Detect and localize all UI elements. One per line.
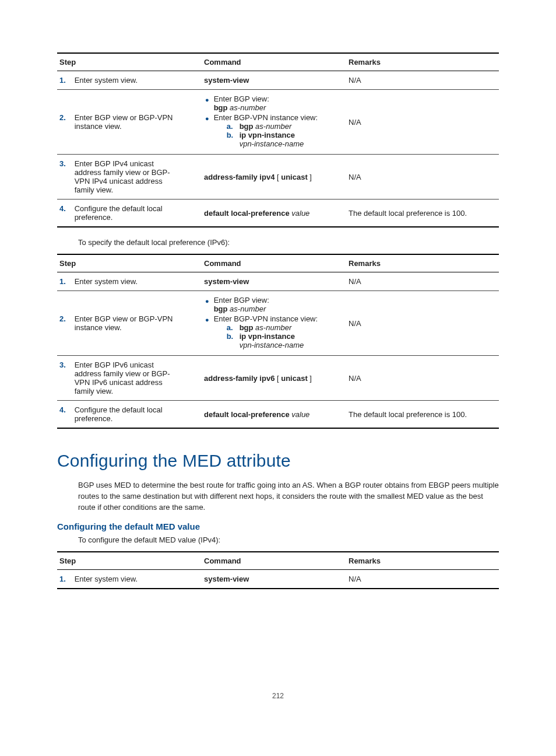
cmd-bold: bgp: [240, 122, 254, 131]
section-body: BGP uses MED to determine the best route…: [78, 480, 499, 513]
cmd-bold: address-family ipv4: [204, 173, 275, 181]
cmd-bold: unicast: [281, 374, 308, 383]
step-text: Enter BGP IPv4 unicast address family vi…: [75, 159, 182, 194]
step-number: 4.: [59, 204, 72, 213]
cmd-bold: unicast: [281, 173, 308, 181]
cmd-bold: default local-preference: [204, 410, 290, 419]
table-row: 4. Configure the default local preferenc…: [57, 200, 499, 228]
remarks-text: N/A: [346, 155, 499, 200]
step-number: 4.: [59, 405, 72, 414]
step-number: 1.: [59, 575, 72, 583]
cmd-italic: value: [290, 209, 310, 218]
th-step: Step: [57, 254, 202, 272]
th-command: Command: [202, 552, 346, 570]
cmd-italic: as-number: [255, 323, 291, 332]
th-command: Command: [202, 53, 346, 71]
sub-item: b. ip vpn-instance vpn-instance-name: [227, 131, 318, 148]
bullet-item: ● Enter BGP-VPN instance view: a. bgp as…: [204, 314, 344, 349]
th-remarks: Remarks: [346, 254, 499, 272]
step-text: Enter system view.: [75, 575, 182, 583]
cmd-bold: default local-preference: [204, 209, 290, 218]
table-row: 3. Enter BGP IPv6 unicast address family…: [57, 356, 499, 401]
command-text: system-view: [204, 76, 249, 85]
step-text: Enter BGP view or BGP-VPN instance view.: [75, 113, 182, 131]
remarks-text: N/A: [346, 356, 499, 401]
table-row: 1. Enter system view. system-view N/A: [57, 272, 499, 291]
cmd-italic: vpn-instance-name: [240, 139, 304, 148]
page-number: 212: [57, 692, 499, 700]
sub-item: a. bgp as-number: [227, 122, 318, 131]
remarks-text: The default local preference is 100.: [346, 401, 499, 429]
cmd-plain: ]: [308, 173, 312, 181]
section-title: Configuring the MED attribute: [57, 451, 499, 471]
remarks-text: The default local preference is 100.: [346, 200, 499, 228]
sub-label: a.: [227, 122, 236, 131]
ipv6-preference-table: Step Command Remarks 1. Enter system vie…: [57, 254, 499, 429]
step-number: 2.: [59, 314, 72, 323]
remarks-text: N/A: [346, 71, 499, 90]
bullet-icon: ●: [205, 296, 209, 306]
step-number: 2.: [59, 113, 72, 122]
table-row: 3. Enter BGP IPv4 unicast address family…: [57, 155, 499, 200]
bullet-text: Enter BGP-VPN instance view:: [214, 113, 318, 122]
th-remarks: Remarks: [346, 552, 499, 570]
bullet-text: Enter BGP-VPN instance view:: [214, 314, 318, 323]
remarks-text: N/A: [346, 90, 499, 155]
cmd-italic: vpn-instance-name: [240, 341, 304, 349]
ipv6-intro-text: To specify the default local preference …: [78, 238, 499, 247]
sub-label: b.: [227, 332, 236, 341]
step-text: Enter system view.: [75, 277, 182, 286]
step-number: 1.: [59, 277, 72, 286]
command-text: system-view: [204, 575, 249, 583]
cmd-plain: [: [275, 173, 281, 181]
bullet-icon: ●: [205, 94, 209, 105]
th-step: Step: [57, 53, 202, 71]
step-text: Configure the default local preference.: [75, 204, 182, 222]
bullet-item: ● Enter BGP view: bgp as-number: [204, 296, 344, 313]
cmd-plain: ]: [308, 374, 312, 383]
cmd-italic: value: [290, 410, 310, 419]
cmd-bold: address-family ipv6: [204, 374, 275, 383]
cmd-bold: bgp: [240, 323, 254, 332]
step-text: Enter BGP view or BGP-VPN instance view.: [75, 314, 182, 332]
th-remarks: Remarks: [346, 53, 499, 71]
cmd-italic: as-number: [230, 103, 266, 112]
step-text: Configure the default local preference.: [75, 405, 182, 423]
bullet-icon: ●: [205, 113, 209, 124]
subsection-intro: To configure the default MED value (IPv4…: [78, 535, 499, 546]
command-text: system-view: [204, 277, 249, 286]
step-number: 3.: [59, 159, 72, 168]
cmd-bold: ip vpn-instance: [240, 131, 295, 139]
step-number: 1.: [59, 76, 72, 85]
ipv4-preference-table: Step Command Remarks 1. Enter system vie…: [57, 52, 499, 228]
cmd-bold: ip vpn-instance: [240, 332, 295, 341]
cmd-bold: bgp: [214, 103, 228, 112]
th-step: Step: [57, 552, 202, 570]
table-row: 2. Enter BGP view or BGP-VPN instance vi…: [57, 291, 499, 356]
table-row: 4. Configure the default local preferenc…: [57, 401, 499, 429]
remarks-text: N/A: [346, 272, 499, 291]
remarks-text: N/A: [346, 291, 499, 356]
step-number: 3.: [59, 360, 72, 369]
table-row: 1. Enter system view. system-view N/A: [57, 570, 499, 589]
step-text: Enter BGP IPv6 unicast address family vi…: [75, 360, 182, 396]
sub-item: a. bgp as-number: [227, 323, 318, 332]
table-row: 1. Enter system view. system-view N/A: [57, 71, 499, 90]
med-table: Step Command Remarks 1. Enter system vie…: [57, 551, 499, 589]
bullet-item: ● Enter BGP view: bgp as-number: [204, 94, 344, 112]
step-text: Enter system view.: [75, 76, 182, 85]
sub-item: b. ip vpn-instance vpn-instance-name: [227, 332, 318, 349]
cmd-plain: [: [275, 374, 281, 383]
sub-label: a.: [227, 323, 236, 332]
cmd-bold: bgp: [214, 304, 228, 313]
th-command: Command: [202, 254, 346, 272]
cmd-italic: as-number: [230, 304, 266, 313]
remarks-text: N/A: [346, 570, 499, 589]
table-row: 2. Enter BGP view or BGP-VPN instance vi…: [57, 90, 499, 155]
sub-label: b.: [227, 131, 236, 139]
subsection-title: Configuring the default MED value: [57, 522, 499, 531]
bullet-icon: ●: [205, 314, 209, 325]
bullet-text: Enter BGP view:: [214, 296, 269, 304]
bullet-item: ● Enter BGP-VPN instance view: a. bgp as…: [204, 113, 344, 148]
cmd-italic: as-number: [255, 122, 291, 131]
